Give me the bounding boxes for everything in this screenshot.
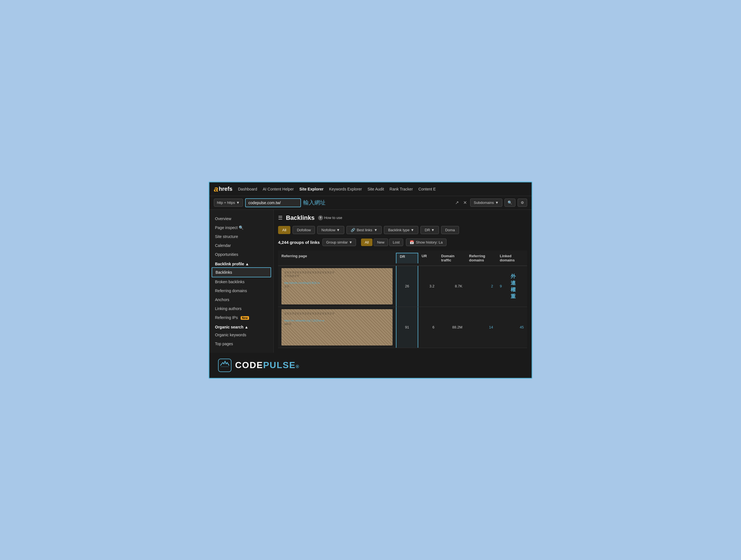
nav-rank-tracker[interactable]: Rank Tracker	[390, 187, 413, 191]
sidebar-item-backlinks[interactable]: Backlinks	[212, 267, 271, 277]
backlink-type-arrow: ▼	[410, 228, 414, 232]
subdomains-arrow: ▼	[495, 200, 499, 205]
dr-filter-btn[interactable]: DR ▼	[420, 226, 439, 234]
sidebar-item-broken-backlinks[interactable]: Broken backlinks	[209, 277, 273, 286]
td-ur-2: 6	[418, 307, 438, 348]
hamburger-icon[interactable]: ☰	[278, 215, 282, 221]
best-links-arrow: ▼	[374, 228, 378, 232]
content-area: Overview Page inspect 🔍 Site structure C…	[209, 210, 532, 353]
url-input[interactable]	[245, 198, 301, 207]
td-referring-domains-2: 14	[466, 307, 496, 348]
backlinks-table: Referring page DR UR Domain traffic Refe…	[278, 251, 527, 348]
nav-items: Dashboard AI Content Helper Site Explore…	[238, 187, 435, 191]
open-external-btn[interactable]: ↗	[454, 199, 460, 206]
brand-code: CODE	[235, 360, 263, 370]
brand-name: CODEPULSE®	[235, 360, 299, 370]
th-ur: UR	[418, 253, 438, 263]
settings-button[interactable]: ⚙	[518, 199, 527, 207]
page-title: Backlinks	[286, 214, 315, 222]
brand-reg: ®	[296, 364, 299, 369]
backlink-type-filter-btn[interactable]: Backlink type ▼	[384, 226, 418, 234]
thumbnail-text-2: 文字文字文字文字文字文字文字文字文字文字 https://en.wikipedi…	[284, 312, 334, 326]
all-filter-btn[interactable]: All	[278, 226, 290, 234]
logo-hrefs: hrefs	[219, 186, 232, 192]
clear-url-btn[interactable]: ✕	[462, 199, 468, 206]
sidebar-item-linking-authors[interactable]: Linking authors	[209, 304, 273, 313]
logo-a: a	[214, 185, 218, 194]
sidebar-item-referring-domains[interactable]: Referring domains	[209, 286, 273, 295]
annotation-text-1: 外連權重	[507, 271, 524, 302]
td-domain-traffic-2: 88.2M	[438, 307, 466, 348]
organic-search-header: Organic search ▲	[209, 322, 273, 330]
group-similar-arrow: ▼	[349, 240, 353, 244]
search-icon: 🔍	[239, 226, 244, 230]
dr-arrow: ▼	[431, 228, 435, 232]
main-content: ☰ Backlinks ? How to use All Dofollow No…	[274, 210, 532, 353]
results-bar: 4,244 groups of links Group similar ▼ Al…	[278, 239, 527, 246]
nav-ai-content[interactable]: AI Content Helper	[263, 187, 294, 191]
url-hint: 輸入網址	[303, 199, 452, 206]
sidebar-item-overview[interactable]: Overview	[209, 214, 273, 223]
protocol-select[interactable]: http + https ▼	[214, 199, 243, 207]
sidebar-item-calendar[interactable]: Calendar	[209, 241, 273, 250]
how-to-use-button[interactable]: ? How to use	[318, 215, 342, 221]
nofollow-filter-btn[interactable]: Nofollow ▼	[317, 226, 344, 234]
td-domain-traffic-1: 8.7K	[438, 266, 466, 307]
lost-tab-btn[interactable]: Lost	[389, 239, 403, 246]
sidebar-item-site-structure[interactable]: Site structure	[209, 232, 273, 241]
protocol-label: http + https	[217, 200, 235, 205]
show-history-btn[interactable]: 📅 Show history: La	[406, 239, 446, 246]
search-button[interactable]: 🔍	[504, 199, 516, 207]
thumbnail-text-1: 文字文字文字文字文字文字文字文字文字文字 文字信息文字 http://ahref…	[284, 271, 334, 289]
url-actions: ↗ ✕ Subdomains ▼ 🔍 ⚙	[454, 199, 527, 207]
th-dr: DR	[396, 253, 418, 263]
sidebar-item-anchors[interactable]: Anchors	[209, 295, 273, 304]
protocol-arrow: ▼	[236, 200, 240, 205]
new-tab-btn[interactable]: New	[374, 239, 388, 246]
sidebar-item-top-pages[interactable]: Top pages	[209, 339, 273, 348]
subdomains-dropdown[interactable]: Subdomains ▼	[470, 199, 502, 207]
nav-site-explorer[interactable]: Site Explorer	[299, 187, 323, 191]
best-links-filter-btn[interactable]: 🔗 Best links ▼	[346, 226, 382, 234]
sidebar-item-page-inspect[interactable]: Page inspect 🔍	[209, 223, 273, 232]
brand-pulse: PULSE	[263, 360, 296, 370]
filter-bar: All Dofollow Nofollow ▼ 🔗 Best links ▼ B…	[278, 226, 527, 234]
nav-keywords-explorer[interactable]: Keywords Explorer	[329, 187, 362, 191]
results-count: 4,244 groups of links	[278, 240, 320, 245]
help-circle-icon: ?	[318, 215, 323, 221]
td-ur-1: 3.2	[418, 266, 438, 307]
td-dr-2: 91	[396, 307, 418, 348]
bottom-brand: CODEPULSE®	[209, 353, 532, 378]
table-row: 文字文字文字文字文字文字文字文字文字文字 https://en.wikipedi…	[278, 307, 527, 348]
how-to-use-label: How to use	[324, 215, 342, 220]
td-referring-domains-1: 2	[466, 266, 496, 307]
ahrefs-logo[interactable]: a hrefs	[214, 185, 232, 194]
all-new-lost-tabs: All New Lost	[361, 239, 403, 246]
sidebar: Overview Page inspect 🔍 Site structure C…	[209, 210, 274, 353]
table-row: 文字文字文字文字文字文字文字文字文字文字 文字信息文字 http://ahref…	[278, 266, 527, 307]
backlink-profile-header: Backlink profile ▲	[209, 259, 273, 267]
nav-dashboard[interactable]: Dashboard	[238, 187, 257, 191]
td-dr-1: 26	[396, 266, 418, 307]
sidebar-item-opportunities[interactable]: Opportunities	[209, 250, 273, 259]
group-similar-btn[interactable]: Group similar ▼	[323, 239, 356, 246]
page-thumbnail-2[interactable]: 文字文字文字文字文字文字文字文字文字文字 https://en.wikipedi…	[281, 309, 393, 346]
doma-filter-btn[interactable]: Doma	[441, 226, 459, 234]
subdomains-label: Subdomains	[474, 200, 494, 205]
nav-site-audit[interactable]: Site Audit	[367, 187, 384, 191]
link-icon: 🔗	[351, 228, 355, 232]
top-navigation: a hrefs Dashboard AI Content Helper Site…	[209, 182, 532, 196]
th-referring-domains: Referring domains	[466, 253, 496, 263]
td-page-2: 文字文字文字文字文字文字文字文字文字文字 https://en.wikipedi…	[278, 307, 396, 348]
all-tab-btn[interactable]: All	[361, 239, 372, 246]
sidebar-item-referring-ips[interactable]: Referring IPs New	[209, 313, 273, 322]
nav-content-e[interactable]: Content E	[418, 187, 436, 191]
url-bar: http + https ▼ 輸入網址 ↗ ✕ Subdomains ▼ 🔍 ⚙	[209, 196, 532, 210]
page-thumbnail-1[interactable]: 文字文字文字文字文字文字文字文字文字文字 文字信息文字 http://ahref…	[281, 268, 393, 304]
table-header: Referring page DR UR Domain traffic Refe…	[278, 251, 527, 266]
th-referring-page: Referring page	[278, 253, 396, 263]
sidebar-item-organic-keywords[interactable]: Organic keywords	[209, 330, 273, 339]
dofollow-filter-btn[interactable]: Dofollow	[292, 226, 315, 234]
th-domain-traffic: Domain traffic	[438, 253, 466, 263]
td-page-1: 文字文字文字文字文字文字文字文字文字文字 文字信息文字 http://ahref…	[278, 266, 396, 307]
